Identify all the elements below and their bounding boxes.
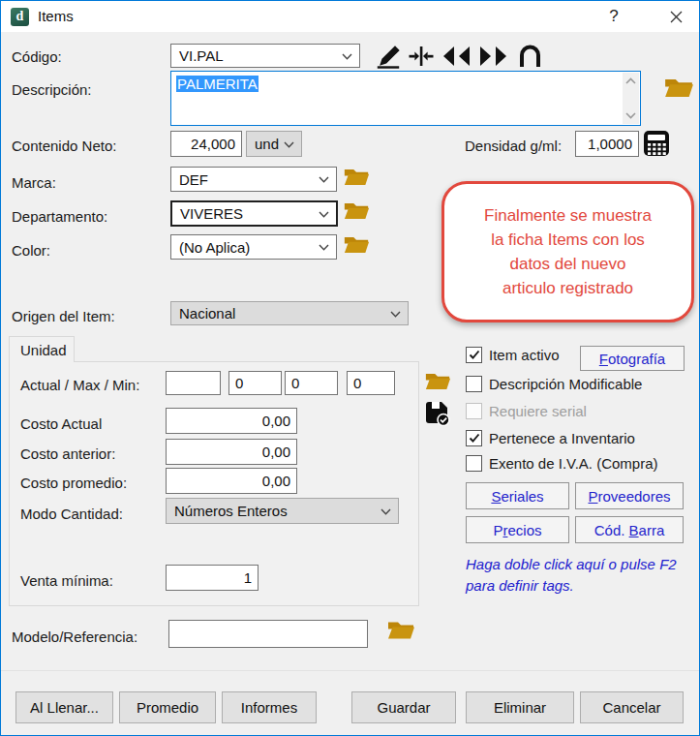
help-button[interactable]: ?: [593, 1, 634, 32]
tags-hint-line: Haga doble click aquí o pulse F2: [466, 554, 677, 575]
collapse-arrows-icon[interactable]: [409, 45, 434, 68]
departamento-combobox[interactable]: VIVERES: [170, 200, 338, 227]
window-title: Items: [38, 8, 74, 24]
contenido-neto-input[interactable]: [170, 131, 242, 157]
floppy-check-icon[interactable]: [423, 399, 450, 426]
descripcion-scrollbar[interactable]: [623, 73, 639, 124]
chevron-down-icon: [319, 176, 329, 183]
modo-cantidad-combobox[interactable]: Números Enteros: [166, 498, 399, 524]
unidad-medida-value: und: [255, 136, 279, 152]
marca-value: DEF: [179, 171, 208, 188]
color-label: Color:: [12, 242, 50, 259]
color-combobox[interactable]: (No Aplica): [170, 234, 337, 260]
costo-actual-input[interactable]: [166, 408, 297, 434]
color-folder-icon[interactable]: [343, 233, 370, 257]
codigo-combobox[interactable]: VI.PAL: [170, 44, 360, 68]
promedio-button[interactable]: Promedio: [119, 691, 216, 723]
cod-barra-button[interactable]: Cód. Barra: [575, 516, 684, 543]
actual-max-min-label: Actual / Max / Min:: [20, 377, 139, 393]
modelo-folder-icon[interactable]: [386, 618, 415, 643]
chevron-down-icon: [380, 508, 391, 515]
button-text: Cód.: [594, 522, 629, 538]
costo-anterior-input[interactable]: [166, 439, 297, 465]
stock-folder-icon[interactable]: [424, 370, 451, 393]
origen-combobox[interactable]: Nacional: [170, 301, 409, 325]
checkbox-label: Pertenece a Inventario: [489, 430, 635, 447]
calculator-icon[interactable]: [643, 130, 670, 157]
checkmark-icon: [469, 433, 480, 444]
modelo-referencia-label: Modelo/Referencia:: [12, 629, 137, 645]
undo-icon[interactable]: [517, 44, 543, 68]
chevron-down-icon: [390, 311, 401, 318]
departamento-folder-icon[interactable]: [343, 199, 370, 223]
scroll-up-icon[interactable]: [625, 77, 636, 84]
callout-line: datos del nuevo: [509, 252, 625, 276]
tags-hint-line: para definir tags.: [466, 575, 677, 597]
checkbox-descripcion-modificable[interactable]: Descripción Modificable: [466, 376, 642, 393]
guardar-button[interactable]: Guardar: [351, 691, 456, 723]
tab-unidad[interactable]: Unidad: [9, 336, 75, 362]
cancelar-button[interactable]: Cancelar: [580, 691, 684, 723]
informes-button[interactable]: Informes: [222, 691, 317, 723]
checkbox-box: [466, 403, 482, 419]
departamento-label: Departamento:: [12, 208, 107, 225]
checkbox-box[interactable]: [466, 347, 482, 363]
checkbox-exento-iva[interactable]: Exento de I.V.A. (Compra): [466, 455, 658, 473]
checkbox-box[interactable]: [466, 455, 482, 472]
checkbox-box[interactable]: [466, 430, 482, 446]
origen-label: Origen del Item:: [12, 308, 115, 324]
chevron-down-icon: [284, 141, 294, 148]
descripcion-textarea[interactable]: PALMERITA: [170, 71, 641, 126]
precios-button[interactable]: Precios: [466, 516, 569, 543]
min-input[interactable]: [285, 371, 338, 395]
descripcion-label: Descripción:: [12, 81, 92, 98]
callout-line: articulo registrado: [502, 276, 633, 300]
fotografia-button[interactable]: Fotografía: [580, 346, 685, 371]
items-dialog-window: d Items ? Código: VI.PAL: [0, 0, 700, 736]
button-text: eriales: [501, 488, 543, 505]
button-text: otografía: [608, 351, 665, 367]
al-llenar-button[interactable]: Al Llenar...: [15, 691, 113, 723]
eliminar-button[interactable]: Eliminar: [466, 691, 574, 723]
chevron-down-icon: [342, 53, 352, 60]
seriales-button[interactable]: Seriales: [466, 482, 569, 509]
descripcion-folder-icon[interactable]: [663, 75, 694, 102]
next-record-icon[interactable]: [476, 45, 509, 68]
extra-stock-input[interactable]: [347, 371, 395, 395]
marca-label: Marca:: [12, 174, 56, 191]
densidad-input[interactable]: [575, 131, 639, 157]
button-text: arra: [639, 522, 665, 538]
contenido-neto-label: Contenido Neto:: [12, 138, 116, 154]
color-value: (No Aplica): [179, 239, 250, 256]
marca-combobox[interactable]: DEF: [170, 167, 337, 192]
costo-promedio-input[interactable]: [166, 468, 297, 494]
tags-hint[interactable]: Haga doble click aquí o pulse F2 para de…: [466, 554, 677, 597]
proveedores-button[interactable]: Proveedores: [575, 482, 684, 509]
app-icon: d: [11, 8, 29, 26]
checkmark-icon: [469, 350, 480, 360]
button-text: F: [599, 351, 608, 367]
actual-input[interactable]: [166, 371, 221, 395]
button-text: P: [588, 488, 597, 505]
codigo-value: VI.PAL: [179, 47, 224, 64]
edit-icon[interactable]: [375, 44, 402, 70]
checkbox-box[interactable]: [466, 376, 482, 392]
button-text: ecios: [507, 522, 541, 538]
max-input[interactable]: [228, 371, 282, 395]
close-button[interactable]: [652, 1, 700, 32]
costo-promedio-label: Costo promedio:: [20, 475, 127, 491]
checkbox-item-activo[interactable]: Item activo: [466, 347, 560, 364]
departamento-value: VIVERES: [180, 205, 243, 222]
checkbox-pertenece-inventario[interactable]: Pertenece a Inventario: [466, 430, 635, 447]
modelo-referencia-input[interactable]: [168, 620, 368, 648]
venta-minima-label: Venta mínima:: [20, 572, 113, 589]
close-icon: [670, 11, 683, 23]
marca-folder-icon[interactable]: [343, 166, 370, 189]
prev-record-icon[interactable]: [441, 45, 473, 68]
modo-cantidad-label: Modo Cantidad:: [20, 506, 123, 522]
venta-minima-input[interactable]: [166, 565, 259, 591]
costo-actual-label: Costo Actual: [20, 415, 102, 432]
scroll-down-icon[interactable]: [625, 112, 636, 119]
unidad-medida-combobox[interactable]: und: [246, 131, 302, 157]
origen-value: Nacional: [179, 305, 235, 322]
